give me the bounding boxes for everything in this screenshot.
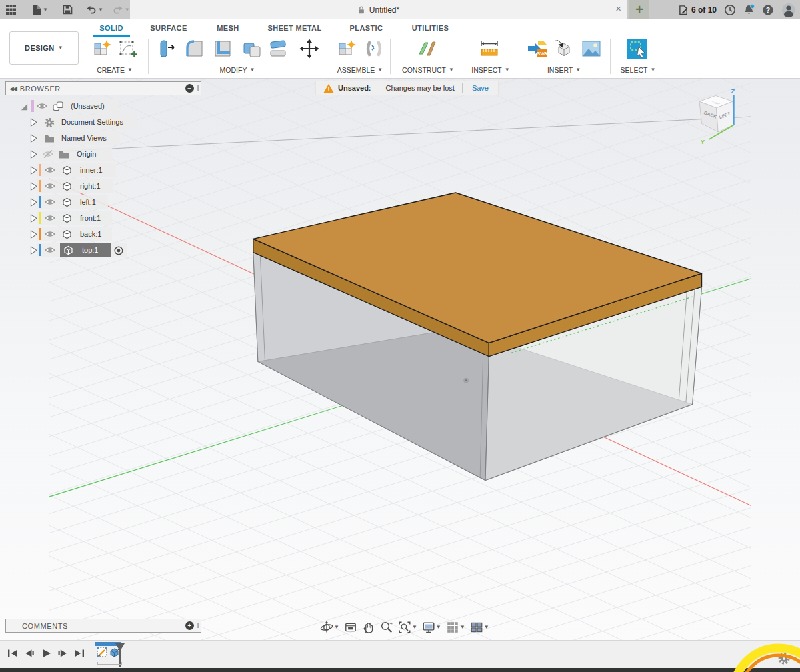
eye-icon[interactable]: [45, 229, 55, 239]
split-body-button[interactable]: [267, 38, 289, 59]
shell-button[interactable]: [212, 38, 233, 59]
close-tab-icon[interactable]: ×: [615, 3, 621, 13]
browser-item-named-views[interactable]: Named Views: [5, 131, 201, 147]
measure-button[interactable]: [479, 38, 500, 59]
expanded-arrow-icon[interactable]: [20, 103, 29, 111]
go-to-start-button[interactable]: [7, 649, 19, 658]
browser-item-unsaved[interactable]: (Unsaved): [5, 99, 201, 115]
browser-item-label[interactable]: back:1: [80, 230, 101, 238]
app-launcher-button[interactable]: [3, 2, 19, 18]
browser-item-front[interactable]: front:1: [5, 211, 201, 227]
tab-utilities[interactable]: UTILITIES: [406, 24, 455, 36]
viewports-button[interactable]: ▼: [469, 621, 491, 634]
combine-button[interactable]: [241, 38, 263, 59]
go-to-end-button[interactable]: [73, 649, 85, 658]
orbit-button[interactable]: ▼: [319, 621, 341, 634]
insert-group-label[interactable]: INSERT▼: [531, 66, 597, 74]
expand-arrow-icon[interactable]: [29, 117, 38, 127]
save-button[interactable]: [59, 2, 76, 18]
eye-icon[interactable]: [45, 245, 55, 255]
browser-item-left[interactable]: left:1: [5, 195, 201, 211]
step-back-button[interactable]: [23, 649, 35, 658]
select-button[interactable]: [627, 38, 648, 59]
job-status-button[interactable]: [724, 4, 736, 16]
browser-item-label[interactable]: Origin: [77, 150, 96, 158]
browser-item-label[interactable]: (Unsaved): [71, 102, 105, 110]
workspace-selector[interactable]: DESIGN ▼: [9, 31, 79, 65]
expand-arrow-icon[interactable]: [29, 133, 38, 143]
fillet-button[interactable]: [184, 38, 205, 59]
minimize-panel-icon[interactable]: −: [185, 84, 194, 93]
tab-sheet-metal[interactable]: SHEET METAL: [264, 24, 325, 36]
construct-plane-button[interactable]: [417, 38, 438, 59]
document-tab[interactable]: Untitled* ×: [130, 0, 627, 19]
undo-button[interactable]: ▼: [83, 2, 107, 18]
browser-item-label[interactable]: Document Settings: [61, 118, 123, 126]
zoom-button[interactable]: ±: [379, 621, 395, 634]
inspect-group-label[interactable]: INSPECT▼: [457, 66, 524, 74]
expand-arrow-icon[interactable]: [29, 245, 38, 255]
insert-svg-button[interactable]: SVG: [527, 38, 548, 59]
notifications-button[interactable]: [743, 4, 755, 16]
panel-grip-icon[interactable]: ‖: [197, 622, 199, 629]
insert-canvas-button[interactable]: [581, 38, 602, 59]
timeline-sketch-feature[interactable]: [97, 647, 108, 658]
viewport[interactable]: BACK LEFT TOP Z Y ! Unsaved: Changes may…: [0, 79, 800, 640]
version-indicator[interactable]: 6 of 10: [679, 5, 717, 15]
eye-icon[interactable]: [45, 213, 55, 223]
comments-panel-header[interactable]: COMMENTS + ‖: [5, 619, 201, 633]
browser-item-label[interactable]: right:1: [80, 182, 101, 190]
browser-item-top[interactable]: top:1: [5, 243, 201, 259]
browser-item-inner[interactable]: inner:1: [5, 163, 201, 179]
eye-icon[interactable]: [45, 197, 55, 207]
tab-mesh[interactable]: MESH: [211, 24, 245, 36]
file-menu-button[interactable]: ▼: [29, 2, 51, 18]
expand-arrow-icon[interactable]: [29, 165, 38, 175]
select-group-label[interactable]: SELECT▼: [605, 66, 671, 74]
step-forward-button[interactable]: [57, 649, 69, 658]
tab-surface[interactable]: SURFACE: [144, 24, 193, 36]
collapse-panel-icon[interactable]: ◀◀: [9, 85, 16, 92]
browser-panel-header[interactable]: ◀◀ BROWSER − ‖: [5, 81, 201, 95]
browser-item-label[interactable]: top:1: [82, 246, 98, 254]
account-button[interactable]: [781, 3, 796, 17]
eye-hidden-icon[interactable]: [43, 149, 53, 159]
panel-grip-icon[interactable]: ‖: [197, 85, 199, 92]
add-comment-icon[interactable]: +: [185, 621, 194, 630]
browser-item-label[interactable]: inner:1: [80, 166, 103, 174]
browser-item-label[interactable]: left:1: [80, 198, 96, 206]
assemble-group-label[interactable]: ASSEMBLE▼: [323, 66, 397, 74]
expand-arrow-icon[interactable]: [29, 149, 38, 159]
fit-button[interactable]: ▼: [397, 621, 419, 634]
press-pull-button[interactable]: [156, 38, 177, 59]
expand-arrow-icon[interactable]: [29, 181, 38, 191]
joint-button[interactable]: [363, 38, 385, 59]
browser-item-origin[interactable]: Origin: [5, 147, 201, 163]
view-cube[interactable]: BACK LEFT TOP Z Y: [699, 87, 735, 145]
create-form-button[interactable]: [91, 38, 113, 59]
display-settings-button[interactable]: ▼: [421, 621, 443, 634]
eye-icon[interactable]: [45, 165, 55, 175]
browser-item-document-settings[interactable]: Document Settings: [5, 115, 201, 131]
new-component-button[interactable]: [336, 38, 357, 59]
modify-group-label[interactable]: MODIFY▼: [204, 66, 271, 74]
pan-button[interactable]: [361, 621, 377, 634]
model[interactable]: [253, 193, 702, 481]
expand-arrow-icon[interactable]: [29, 197, 38, 207]
eye-icon[interactable]: [37, 101, 47, 111]
play-button[interactable]: [40, 649, 52, 658]
browser-item-label[interactable]: front:1: [80, 214, 101, 222]
browser-item-right[interactable]: right:1: [5, 179, 201, 195]
expand-arrow-icon[interactable]: [29, 229, 38, 239]
activate-component-radio-icon[interactable]: [113, 245, 124, 256]
construct-group-label[interactable]: CONSTRUCT▼: [391, 66, 465, 74]
eye-icon[interactable]: [45, 181, 55, 191]
expand-arrow-icon[interactable]: [29, 213, 38, 223]
banner-save-button[interactable]: Save: [463, 84, 498, 92]
insert-mesh-button[interactable]: [553, 38, 574, 59]
help-button[interactable]: ?: [762, 4, 774, 16]
tab-plastic[interactable]: PLASTIC: [343, 24, 389, 36]
look-at-button[interactable]: [343, 621, 359, 634]
grid-snaps-button[interactable]: ▼: [445, 621, 467, 634]
move-copy-button[interactable]: [299, 38, 320, 59]
